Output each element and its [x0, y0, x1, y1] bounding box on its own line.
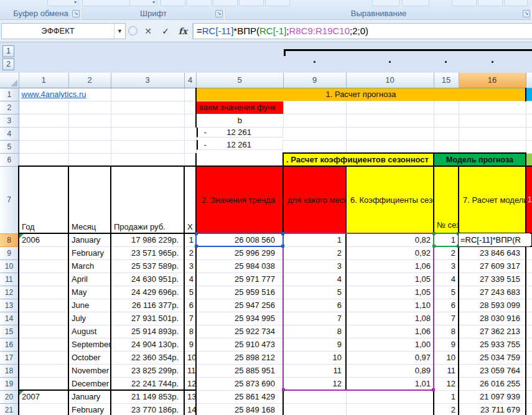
cell[interactable] — [19, 153, 68, 166]
cell-month[interactable]: May — [68, 286, 111, 299]
cell-year[interactable] — [19, 299, 68, 312]
cell-month[interactable]: January — [68, 390, 111, 403]
cell-month[interactable]: June — [68, 299, 111, 312]
column-header[interactable]: 2 — [68, 73, 111, 88]
cell[interactable] — [111, 114, 184, 127]
cell-season-num[interactable]: 7 — [434, 312, 459, 325]
cell-trend[interactable]: 25 861 429 — [196, 390, 283, 403]
cell[interactable] — [283, 101, 346, 114]
cell-trend[interactable]: 25 922 734 — [196, 325, 283, 338]
row-header[interactable]: 13 — [0, 299, 19, 312]
row-header[interactable]: 2 — [0, 101, 19, 114]
cell-x[interactable]: 10 — [184, 351, 196, 364]
outline-level-1-button[interactable]: 1 — [2, 45, 14, 57]
cell-sales[interactable]: 24 630 951р. — [111, 273, 184, 286]
cell[interactable] — [346, 101, 434, 114]
cell-green-partial[interactable] — [526, 153, 532, 166]
cell-season-num[interactable]: 2 — [434, 403, 459, 415]
cell-trend[interactable]: 25 947 256 — [196, 299, 283, 312]
cell-x[interactable]: 9 — [184, 338, 196, 351]
cell[interactable] — [526, 140, 532, 153]
cell[interactable] — [434, 114, 459, 127]
cell[interactable] — [283, 127, 346, 140]
cell[interactable] — [68, 153, 111, 166]
cell-month[interactable]: April — [68, 273, 111, 286]
cell-year[interactable] — [19, 351, 68, 364]
row-header[interactable]: 10 — [0, 259, 19, 273]
cell-b-value[interactable]: -12 261 — [197, 140, 284, 150]
dialog-launcher-icon[interactable]: ↘ — [72, 10, 80, 17]
dialog-launcher-icon[interactable]: ↘ — [523, 10, 530, 17]
cell-year[interactable] — [19, 273, 68, 286]
cell[interactable] — [283, 114, 346, 127]
cell[interactable] — [111, 101, 184, 114]
cell[interactable] — [459, 140, 526, 153]
ribbon-button-partial[interactable] — [504, 0, 528, 6]
cell-model[interactable]: 21 097 939 — [459, 390, 526, 403]
row-header[interactable]: 20 — [0, 390, 19, 403]
cell-season-num[interactable]: 9 — [434, 338, 459, 351]
range-handle[interactable] — [432, 232, 436, 235]
cell-sales[interactable]: 22 360 354р. — [111, 351, 184, 364]
ribbon-button-partial[interactable] — [239, 0, 264, 6]
cell[interactable] — [526, 273, 532, 286]
cell-model[interactable]: 28 593 099 — [459, 299, 526, 312]
cell-season-num[interactable]: 5 — [434, 286, 459, 299]
cell-sales[interactable]: 23 825 299р. — [111, 364, 184, 377]
cell-sales[interactable]: 27 931 501р. — [111, 312, 184, 325]
cell[interactable] — [184, 153, 196, 166]
cell-season-num[interactable]: 11 — [434, 364, 459, 377]
cell-edit-box[interactable]: =RC[-11]*ВПР(R — [458, 233, 532, 247]
cell-red-note[interactable]: ваем значения функ — [196, 101, 283, 114]
cell[interactable] — [459, 114, 526, 127]
cell[interactable] — [526, 286, 532, 299]
cell[interactable] — [459, 127, 526, 140]
row-header[interactable]: 9 — [0, 246, 19, 259]
cell-month[interactable]: February — [68, 246, 111, 259]
row-header[interactable]: 19 — [0, 377, 19, 390]
row-header[interactable]: 21 — [0, 403, 19, 415]
cell[interactable] — [526, 114, 532, 127]
cell-trend[interactable]: 25 959 516 — [196, 286, 283, 299]
cell-trend[interactable]: 25 934 995 — [196, 312, 283, 325]
cell[interactable] — [196, 153, 283, 166]
cell-year[interactable] — [19, 312, 68, 325]
ribbon-button-partial[interactable] — [402, 0, 429, 6]
range-handle[interactable] — [282, 388, 285, 391]
cell-season-num[interactable]: 1 — [434, 390, 459, 403]
cell[interactable] — [19, 140, 68, 153]
dialog-launcher-icon[interactable]: ↘ — [215, 10, 223, 17]
cell-x[interactable]: 14 — [184, 403, 196, 415]
cell-sales[interactable]: 25 914 893р. — [111, 325, 184, 338]
cell-trend[interactable]: 25 996 299 — [196, 246, 283, 259]
cell-header-month[interactable]: Месяц — [68, 166, 111, 233]
cell[interactable] — [111, 140, 184, 153]
cell[interactable] — [459, 101, 526, 114]
cell[interactable] — [526, 364, 532, 377]
cell[interactable] — [111, 88, 184, 101]
cell-year[interactable]: 2006 — [19, 233, 68, 246]
range-handle[interactable] — [281, 245, 284, 248]
cell-x[interactable]: 13 — [184, 390, 196, 403]
column-header[interactable]: 5 — [196, 73, 283, 88]
cell-trend[interactable]: 25 910 473 — [196, 338, 283, 351]
column-header[interactable]: 10 — [346, 73, 434, 88]
cell-x[interactable]: 7 — [184, 312, 196, 325]
cell[interactable] — [526, 390, 532, 403]
row-header[interactable]: 18 — [0, 364, 19, 377]
cell-month[interactable]: November — [68, 364, 111, 377]
cell[interactable] — [68, 127, 111, 140]
cell-banner-season[interactable]: . Расчет коэффициентов сезонност — [283, 153, 434, 166]
row-header[interactable]: 5 — [0, 140, 19, 153]
cell-model[interactable]: 27 362 213 — [459, 325, 526, 338]
cell[interactable] — [526, 338, 532, 351]
row-header[interactable]: 15 — [0, 325, 19, 338]
row-header[interactable]: 17 — [0, 351, 19, 364]
cell[interactable] — [526, 377, 532, 390]
row-header-selected[interactable]: 8 — [0, 233, 19, 246]
cell-sales[interactable]: 24 904 130р. — [111, 338, 184, 351]
ribbon-button-partial[interactable]: ▾ — [129, 0, 157, 6]
cell[interactable] — [526, 299, 532, 312]
cell-year[interactable] — [19, 403, 68, 415]
row-header[interactable]: 3 — [0, 114, 19, 127]
